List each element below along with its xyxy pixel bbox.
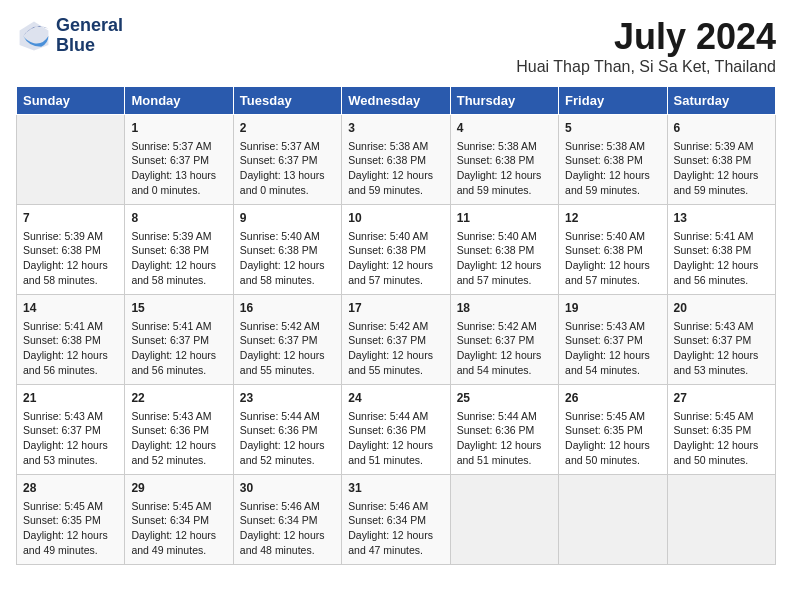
calendar-cell: 31Sunrise: 5:46 AMSunset: 6:34 PMDayligh… bbox=[342, 475, 450, 565]
calendar-cell: 16Sunrise: 5:42 AMSunset: 6:37 PMDayligh… bbox=[233, 295, 341, 385]
daylight-text: Daylight: 12 hours and 57 minutes. bbox=[348, 259, 433, 286]
daylight-text: Daylight: 12 hours and 47 minutes. bbox=[348, 529, 433, 556]
month-title: July 2024 bbox=[516, 16, 776, 58]
calendar-week-row: 1Sunrise: 5:37 AMSunset: 6:37 PMDaylight… bbox=[17, 115, 776, 205]
calendar-cell: 25Sunrise: 5:44 AMSunset: 6:36 PMDayligh… bbox=[450, 385, 558, 475]
calendar-week-row: 14Sunrise: 5:41 AMSunset: 6:38 PMDayligh… bbox=[17, 295, 776, 385]
header-row: SundayMondayTuesdayWednesdayThursdayFrid… bbox=[17, 87, 776, 115]
calendar-cell: 1Sunrise: 5:37 AMSunset: 6:37 PMDaylight… bbox=[125, 115, 233, 205]
calendar-body: 1Sunrise: 5:37 AMSunset: 6:37 PMDaylight… bbox=[17, 115, 776, 565]
day-number: 1 bbox=[131, 120, 226, 137]
sunrise-text: Sunrise: 5:38 AM bbox=[565, 140, 645, 152]
day-number: 22 bbox=[131, 390, 226, 407]
daylight-text: Daylight: 12 hours and 57 minutes. bbox=[457, 259, 542, 286]
day-number: 13 bbox=[674, 210, 769, 227]
day-number: 7 bbox=[23, 210, 118, 227]
calendar-cell: 3Sunrise: 5:38 AMSunset: 6:38 PMDaylight… bbox=[342, 115, 450, 205]
calendar-cell: 23Sunrise: 5:44 AMSunset: 6:36 PMDayligh… bbox=[233, 385, 341, 475]
day-number: 31 bbox=[348, 480, 443, 497]
day-number: 17 bbox=[348, 300, 443, 317]
daylight-text: Daylight: 12 hours and 50 minutes. bbox=[674, 439, 759, 466]
weekday-header: Sunday bbox=[17, 87, 125, 115]
day-number: 20 bbox=[674, 300, 769, 317]
sunrise-text: Sunrise: 5:42 AM bbox=[457, 320, 537, 332]
logo: General Blue bbox=[16, 16, 123, 56]
sunset-text: Sunset: 6:38 PM bbox=[674, 244, 752, 256]
sunrise-text: Sunrise: 5:42 AM bbox=[348, 320, 428, 332]
day-number: 29 bbox=[131, 480, 226, 497]
sunset-text: Sunset: 6:37 PM bbox=[674, 334, 752, 346]
weekday-header: Thursday bbox=[450, 87, 558, 115]
calendar-cell: 20Sunrise: 5:43 AMSunset: 6:37 PMDayligh… bbox=[667, 295, 775, 385]
sunset-text: Sunset: 6:38 PM bbox=[457, 154, 535, 166]
sunrise-text: Sunrise: 5:41 AM bbox=[131, 320, 211, 332]
sunset-text: Sunset: 6:38 PM bbox=[23, 244, 101, 256]
calendar-cell bbox=[559, 475, 667, 565]
sunset-text: Sunset: 6:35 PM bbox=[565, 424, 643, 436]
sunset-text: Sunset: 6:37 PM bbox=[348, 334, 426, 346]
day-number: 21 bbox=[23, 390, 118, 407]
sunset-text: Sunset: 6:36 PM bbox=[348, 424, 426, 436]
daylight-text: Daylight: 12 hours and 51 minutes. bbox=[348, 439, 433, 466]
daylight-text: Daylight: 12 hours and 49 minutes. bbox=[131, 529, 216, 556]
sunrise-text: Sunrise: 5:41 AM bbox=[674, 230, 754, 242]
sunrise-text: Sunrise: 5:40 AM bbox=[457, 230, 537, 242]
calendar-cell bbox=[17, 115, 125, 205]
day-number: 2 bbox=[240, 120, 335, 137]
day-number: 30 bbox=[240, 480, 335, 497]
day-number: 12 bbox=[565, 210, 660, 227]
day-number: 9 bbox=[240, 210, 335, 227]
daylight-text: Daylight: 12 hours and 56 minutes. bbox=[23, 349, 108, 376]
sunset-text: Sunset: 6:37 PM bbox=[240, 154, 318, 166]
sunrise-text: Sunrise: 5:43 AM bbox=[565, 320, 645, 332]
day-number: 18 bbox=[457, 300, 552, 317]
location-title: Huai Thap Than, Si Sa Ket, Thailand bbox=[516, 58, 776, 76]
daylight-text: Daylight: 12 hours and 54 minutes. bbox=[565, 349, 650, 376]
calendar-week-row: 7Sunrise: 5:39 AMSunset: 6:38 PMDaylight… bbox=[17, 205, 776, 295]
sunset-text: Sunset: 6:37 PM bbox=[240, 334, 318, 346]
sunrise-text: Sunrise: 5:37 AM bbox=[240, 140, 320, 152]
daylight-text: Daylight: 12 hours and 58 minutes. bbox=[131, 259, 216, 286]
weekday-header: Saturday bbox=[667, 87, 775, 115]
calendar-cell bbox=[450, 475, 558, 565]
sunset-text: Sunset: 6:36 PM bbox=[457, 424, 535, 436]
sunrise-text: Sunrise: 5:46 AM bbox=[240, 500, 320, 512]
sunset-text: Sunset: 6:37 PM bbox=[457, 334, 535, 346]
sunrise-text: Sunrise: 5:46 AM bbox=[348, 500, 428, 512]
day-number: 14 bbox=[23, 300, 118, 317]
sunrise-text: Sunrise: 5:44 AM bbox=[457, 410, 537, 422]
daylight-text: Daylight: 12 hours and 59 minutes. bbox=[348, 169, 433, 196]
calendar-cell: 27Sunrise: 5:45 AMSunset: 6:35 PMDayligh… bbox=[667, 385, 775, 475]
calendar-cell: 11Sunrise: 5:40 AMSunset: 6:38 PMDayligh… bbox=[450, 205, 558, 295]
calendar-cell: 24Sunrise: 5:44 AMSunset: 6:36 PMDayligh… bbox=[342, 385, 450, 475]
day-number: 11 bbox=[457, 210, 552, 227]
sunset-text: Sunset: 6:35 PM bbox=[674, 424, 752, 436]
daylight-text: Daylight: 12 hours and 52 minutes. bbox=[131, 439, 216, 466]
daylight-text: Daylight: 12 hours and 58 minutes. bbox=[23, 259, 108, 286]
sunset-text: Sunset: 6:38 PM bbox=[131, 244, 209, 256]
sunset-text: Sunset: 6:38 PM bbox=[23, 334, 101, 346]
sunrise-text: Sunrise: 5:45 AM bbox=[23, 500, 103, 512]
sunset-text: Sunset: 6:38 PM bbox=[348, 244, 426, 256]
calendar-cell: 2Sunrise: 5:37 AMSunset: 6:37 PMDaylight… bbox=[233, 115, 341, 205]
daylight-text: Daylight: 12 hours and 56 minutes. bbox=[131, 349, 216, 376]
daylight-text: Daylight: 12 hours and 59 minutes. bbox=[565, 169, 650, 196]
sunset-text: Sunset: 6:36 PM bbox=[131, 424, 209, 436]
calendar-header: SundayMondayTuesdayWednesdayThursdayFrid… bbox=[17, 87, 776, 115]
calendar-cell: 17Sunrise: 5:42 AMSunset: 6:37 PMDayligh… bbox=[342, 295, 450, 385]
day-number: 26 bbox=[565, 390, 660, 407]
sunset-text: Sunset: 6:37 PM bbox=[23, 424, 101, 436]
sunrise-text: Sunrise: 5:41 AM bbox=[23, 320, 103, 332]
weekday-header: Monday bbox=[125, 87, 233, 115]
sunrise-text: Sunrise: 5:44 AM bbox=[240, 410, 320, 422]
sunrise-text: Sunrise: 5:45 AM bbox=[131, 500, 211, 512]
daylight-text: Daylight: 12 hours and 56 minutes. bbox=[674, 259, 759, 286]
sunset-text: Sunset: 6:34 PM bbox=[240, 514, 318, 526]
weekday-header: Tuesday bbox=[233, 87, 341, 115]
calendar-cell: 7Sunrise: 5:39 AMSunset: 6:38 PMDaylight… bbox=[17, 205, 125, 295]
calendar-cell: 4Sunrise: 5:38 AMSunset: 6:38 PMDaylight… bbox=[450, 115, 558, 205]
page-header: General Blue July 2024 Huai Thap Than, S… bbox=[16, 16, 776, 76]
day-number: 10 bbox=[348, 210, 443, 227]
daylight-text: Daylight: 12 hours and 59 minutes. bbox=[674, 169, 759, 196]
sunset-text: Sunset: 6:38 PM bbox=[240, 244, 318, 256]
